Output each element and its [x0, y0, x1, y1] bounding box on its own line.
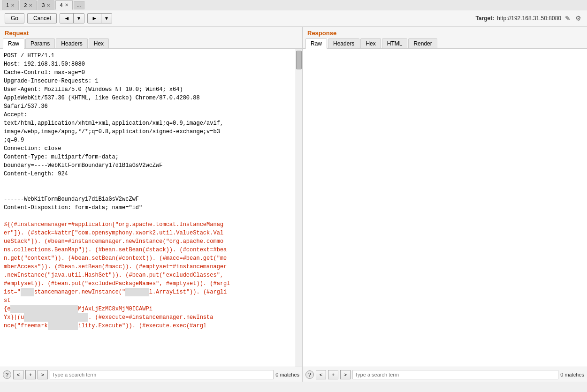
target-settings-button[interactable]: ⚙ — [574, 15, 582, 22]
back-nav-group: ◄ ▾ — [60, 13, 84, 23]
request-search-help[interactable]: ? — [3, 370, 11, 379]
cancel-button[interactable]: Cancel — [27, 13, 57, 23]
request-scrollbar-thumb[interactable] — [296, 51, 302, 69]
request-tab-raw[interactable]: Raw — [3, 38, 24, 49]
request-search-bar: ? < + > 0 matches — [0, 367, 302, 382]
request-scrollbar[interactable] — [296, 49, 302, 367]
tab-3[interactable]: 3 ✕ — [38, 0, 54, 10]
forward-nav-group: ► ▾ — [87, 13, 112, 23]
tab-bar: 1 ✕ 2 ✕ 3 ✕ 4 ✕ ... — [0, 0, 587, 10]
tab-1-close[interactable]: ✕ — [11, 3, 15, 8]
response-panel-title: Response — [303, 27, 587, 38]
tab-3-label: 3 — [42, 2, 45, 8]
response-tab-raw[interactable]: Raw — [305, 38, 327, 49]
request-tab-hex[interactable]: Hex — [89, 38, 109, 48]
request-tab-headers[interactable]: Headers — [56, 38, 87, 48]
request-text-content[interactable]: POST / HTTP/1.1 Host: 192.168.31.50:8080… — [0, 49, 296, 367]
request-search-count: 0 matches — [275, 372, 299, 377]
toolbar-left: Go Cancel ◄ ▾ ► ▾ — [5, 13, 112, 23]
response-search-help[interactable]: ? — [305, 370, 314, 379]
target-url-label: http://192.168.31.50:8080 — [497, 15, 561, 22]
response-search-prev[interactable]: < — [316, 370, 326, 379]
target-prefix-label: Target: — [475, 15, 494, 22]
response-text-content[interactable] — [303, 49, 587, 367]
response-content-area — [303, 49, 587, 367]
tab-3-close[interactable]: ✕ — [46, 3, 50, 8]
tab-4[interactable]: 4 ✕ — [55, 0, 72, 10]
response-search-bar: ? < + > 0 matches — [303, 367, 587, 382]
request-search-next2[interactable]: > — [38, 370, 48, 379]
request-panel: Request Raw Params Headers Hex POST / HT… — [0, 27, 303, 382]
forward-dropdown-button[interactable]: ▾ — [101, 14, 112, 23]
request-panel-title: Request — [0, 27, 302, 38]
go-button[interactable]: Go — [5, 13, 24, 23]
forward-button[interactable]: ► — [88, 14, 101, 23]
edit-target-button[interactable]: ✎ — [564, 15, 572, 22]
request-search-input[interactable] — [50, 370, 274, 379]
request-content-area: POST / HTTP/1.1 Host: 192.168.31.50:8080… — [0, 49, 302, 367]
response-search-count: 0 matches — [560, 372, 584, 377]
response-search-input[interactable] — [352, 370, 558, 379]
back-dropdown-button[interactable]: ▾ — [74, 14, 84, 23]
response-panel: Response Raw Headers Hex HTML Render ? <… — [303, 27, 587, 382]
panels-container: Request Raw Params Headers Hex POST / HT… — [0, 27, 587, 382]
response-tab-headers[interactable]: Headers — [328, 38, 359, 48]
tab-2-label: 2 — [24, 2, 27, 8]
tab-4-close[interactable]: ✕ — [65, 2, 69, 8]
request-normal-content: POST / HTTP/1.1 Host: 192.168.31.50:8080… — [4, 53, 223, 211]
request-tab-params[interactable]: Params — [25, 38, 55, 48]
tab-4-label: 4 — [60, 2, 62, 8]
tab-2-close[interactable]: ✕ — [29, 3, 32, 8]
tab-1[interactable]: 1 ✕ — [2, 0, 19, 10]
request-panel-tabs: Raw Params Headers Hex — [0, 38, 302, 49]
request-search-prev[interactable]: < — [13, 370, 23, 379]
back-button[interactable]: ◄ — [60, 14, 74, 23]
tab-2[interactable]: 2 ✕ — [20, 0, 37, 10]
response-search-next[interactable]: > — [340, 370, 351, 379]
toolbar: Go Cancel ◄ ▾ ► ▾ Target: http://192.168… — [0, 10, 587, 27]
target-info: Target: http://192.168.31.50:8080 ✎ ⚙ — [475, 15, 582, 22]
response-search-add[interactable]: + — [328, 370, 338, 379]
request-payload-content: %{(#instancemanager=#application["org.ap… — [4, 221, 230, 329]
response-tab-hex[interactable]: Hex — [360, 38, 381, 48]
response-tab-html[interactable]: HTML — [382, 38, 408, 48]
tab-more[interactable]: ... — [74, 1, 84, 9]
tab-1-label: 1 — [6, 2, 9, 8]
response-panel-tabs: Raw Headers Hex HTML Render — [303, 38, 587, 49]
response-tab-render[interactable]: Render — [408, 38, 437, 48]
request-search-next[interactable]: + — [25, 370, 36, 379]
